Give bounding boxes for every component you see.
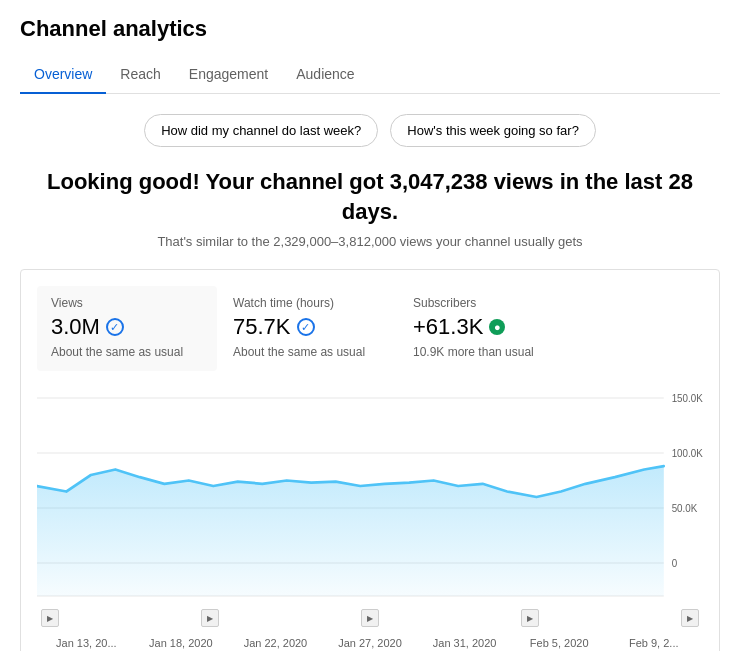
page-container: Channel analytics Overview Reach Engagem… bbox=[0, 0, 740, 651]
quick-button-this-week[interactable]: How's this week going so far? bbox=[390, 114, 596, 147]
quick-buttons-row: How did my channel do last week? How's t… bbox=[20, 114, 720, 147]
svg-text:100.0K: 100.0K bbox=[672, 448, 703, 460]
svg-text:150.0K: 150.0K bbox=[672, 393, 703, 405]
hero-subtext: That's similar to the 2,329,000–3,812,00… bbox=[20, 234, 720, 249]
views-check-icon: ✓ bbox=[106, 318, 124, 336]
tab-overview[interactable]: Overview bbox=[20, 56, 106, 94]
tab-bar: Overview Reach Engagement Audience bbox=[20, 56, 720, 94]
chart-x-labels: Jan 13, 20... Jan 18, 2020 Jan 22, 2020 … bbox=[37, 637, 703, 649]
chart-wrapper: 150.0K 100.0K 50.0K 0 ▶ ▶ ▶ ▶ ▶ Jan 13, … bbox=[37, 387, 703, 649]
stat-subs-value: +61.3K ● bbox=[413, 314, 573, 340]
stat-views-note: About the same as usual bbox=[51, 344, 203, 361]
svg-text:0: 0 bbox=[672, 558, 678, 570]
svg-text:50.0K: 50.0K bbox=[672, 503, 698, 515]
x-label-1: Jan 13, 20... bbox=[39, 637, 134, 649]
video-marker-4[interactable]: ▶ bbox=[521, 609, 539, 627]
stat-views: Views 3.0M ✓ About the same as usual bbox=[37, 286, 217, 371]
x-label-5: Jan 31, 2020 bbox=[417, 637, 512, 649]
video-marker-2[interactable]: ▶ bbox=[201, 609, 219, 627]
video-markers-row: ▶ ▶ ▶ ▶ ▶ bbox=[37, 607, 703, 631]
stat-watchtime-value: 75.7K ✓ bbox=[233, 314, 393, 340]
x-label-4: Jan 27, 2020 bbox=[323, 637, 418, 649]
stat-subs-note: 10.9K more than usual bbox=[413, 344, 573, 361]
stats-row: Views 3.0M ✓ About the same as usual Wat… bbox=[37, 286, 703, 371]
chart-svg: 150.0K 100.0K 50.0K 0 bbox=[37, 387, 703, 607]
stat-watchtime-note: About the same as usual bbox=[233, 344, 393, 361]
stat-views-label: Views bbox=[51, 296, 203, 310]
quick-button-last-week[interactable]: How did my channel do last week? bbox=[144, 114, 378, 147]
video-marker-5[interactable]: ▶ bbox=[681, 609, 699, 627]
hero-headline: Looking good! Your channel got 3,047,238… bbox=[20, 167, 720, 226]
stats-card: Views 3.0M ✓ About the same as usual Wat… bbox=[20, 269, 720, 651]
chart-area: 150.0K 100.0K 50.0K 0 bbox=[37, 387, 703, 607]
video-marker-1[interactable]: ▶ bbox=[41, 609, 59, 627]
x-label-7: Feb 9, 2... bbox=[606, 637, 701, 649]
watchtime-check-icon: ✓ bbox=[297, 318, 315, 336]
tab-audience[interactable]: Audience bbox=[282, 56, 368, 94]
stat-watchtime: Watch time (hours) 75.7K ✓ About the sam… bbox=[233, 286, 413, 371]
subs-plus-icon: ● bbox=[489, 319, 505, 335]
page-title: Channel analytics bbox=[20, 16, 720, 42]
x-label-3: Jan 22, 2020 bbox=[228, 637, 323, 649]
tab-engagement[interactable]: Engagement bbox=[175, 56, 282, 94]
video-marker-3[interactable]: ▶ bbox=[361, 609, 379, 627]
stat-subscribers: Subscribers +61.3K ● 10.9K more than usu… bbox=[413, 286, 593, 371]
stat-subs-label: Subscribers bbox=[413, 296, 573, 310]
hero-section: Looking good! Your channel got 3,047,238… bbox=[20, 167, 720, 249]
stat-watchtime-label: Watch time (hours) bbox=[233, 296, 393, 310]
tab-reach[interactable]: Reach bbox=[106, 56, 174, 94]
x-label-2: Jan 18, 2020 bbox=[134, 637, 229, 649]
x-label-6: Feb 5, 2020 bbox=[512, 637, 607, 649]
stat-views-value: 3.0M ✓ bbox=[51, 314, 203, 340]
